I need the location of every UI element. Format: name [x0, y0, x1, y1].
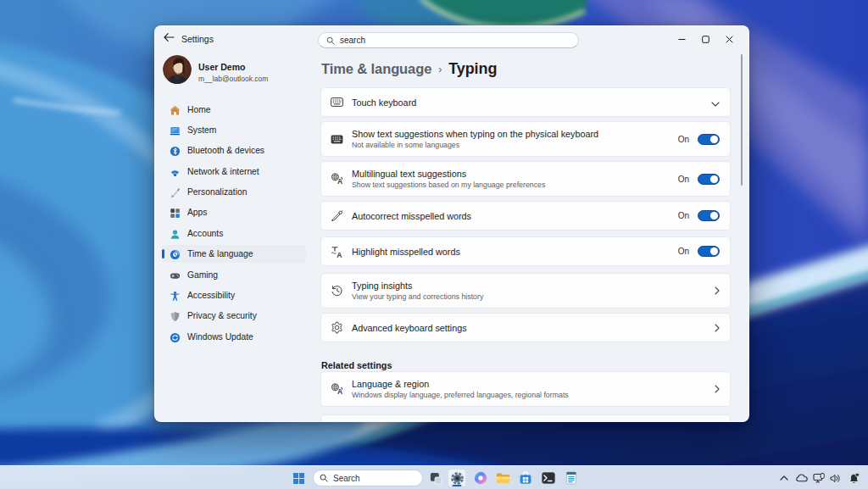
notepad-button[interactable]: [562, 469, 581, 487]
sidebar-item-time-language[interactable]: Time & language: [162, 245, 306, 263]
card-text-group: Highlight misspelled words: [352, 247, 678, 257]
sidebar-item-label: System: [187, 125, 216, 135]
taskbar-search-input[interactable]: Search: [313, 470, 423, 486]
card-right-group: On: [678, 210, 720, 221]
user-avatar[interactable]: [163, 55, 192, 84]
task-view-button[interactable]: [426, 469, 445, 487]
card-highlight-misspelled-words[interactable]: AHighlight misspelled wordsOn: [320, 236, 731, 266]
card-title: Typing insights: [352, 281, 715, 291]
autocorrect-icon: [330, 209, 343, 223]
multilingual-icon: A: [330, 382, 343, 396]
breadcrumb-separator-icon: ›: [438, 64, 442, 75]
toggle-switch[interactable]: [698, 210, 720, 221]
settings-app-button[interactable]: [448, 469, 466, 487]
card-show-text-suggestions-when-typing-on-the-physical-keyboard[interactable]: Show text suggestions when typing on the…: [320, 121, 731, 157]
card-language-region[interactable]: ALanguage & regionWindows display langua…: [320, 371, 731, 407]
touch-keyboard-icon: [330, 96, 343, 109]
card-title: Touch keyboard: [352, 97, 711, 108]
card-text-group: Autocorrect misspelled words: [352, 211, 678, 221]
toggle-switch[interactable]: [698, 174, 720, 185]
card-touch-keyboard[interactable]: Touch keyboard: [320, 87, 731, 117]
toggle-state-label: On: [678, 175, 689, 184]
card-text-group: Show text suggestions when typing on the…: [352, 129, 678, 150]
card-typing-insights[interactable]: Typing insightsView your typing and corr…: [320, 273, 731, 308]
chevron-down-icon[interactable]: [711, 95, 720, 110]
sidebar-item-accessibility[interactable]: Accessibility: [162, 286, 306, 304]
card-right-group: [715, 283, 720, 298]
toggle-knob: [710, 175, 718, 183]
sidebar-item-label: Home: [187, 105, 210, 114]
sidebar-item-network-internet[interactable]: Network & internet: [162, 163, 306, 181]
svg-text:A: A: [337, 250, 342, 257]
chevron-right-icon: [715, 381, 720, 397]
sidebar-item-home[interactable]: Home: [162, 101, 306, 119]
personalization-icon: [170, 186, 181, 197]
system-icon: [170, 125, 181, 136]
sidebar-item-bluetooth-devices[interactable]: Bluetooth & devices: [162, 142, 306, 159]
system-tray: [776, 466, 861, 489]
sidebar-item-label: Accessibility: [187, 291, 235, 300]
sidebar-item-label: Time & language: [187, 249, 253, 258]
card-text-group: Multilingual text suggestionsShow text s…: [352, 169, 678, 190]
gear-icon: [450, 471, 465, 486]
toggle-state-label: On: [678, 247, 689, 256]
sidebar-item-privacy-security[interactable]: Privacy & security: [162, 307, 306, 325]
sidebar-item-label: Windows Update: [187, 332, 253, 342]
card-text-group: Advanced keyboard settings: [352, 323, 715, 333]
toggle-state-label: On: [678, 211, 689, 220]
toggle-knob: [710, 212, 718, 219]
toggle-switch[interactable]: [698, 246, 720, 257]
breadcrumb-parent[interactable]: Time & language: [321, 61, 431, 77]
toggle-knob: [710, 136, 718, 143]
card-right-group: On: [678, 134, 720, 145]
network-icon[interactable]: [811, 471, 826, 486]
sidebar-item-windows-update[interactable]: Windows Update: [162, 328, 306, 346]
sidebar-item-system[interactable]: System: [162, 121, 306, 139]
content-pane: Time & language › Typing Touch keyboardS…: [319, 26, 748, 421]
card-advanced-keyboard-settings[interactable]: Advanced keyboard settings: [320, 313, 731, 342]
toggle-switch[interactable]: [698, 134, 720, 145]
card-right-group: [715, 320, 720, 336]
back-button[interactable]: [162, 33, 175, 47]
file-explorer-button[interactable]: [493, 469, 512, 487]
card-autocorrect-misspelled-words[interactable]: Autocorrect misspelled wordsOn: [320, 201, 731, 231]
search-icon: [320, 474, 328, 482]
terminal-button[interactable]: [539, 469, 558, 487]
sidebar: User Demo m__lab@outlook.com HomeSystemB…: [155, 52, 319, 421]
sidebar-item-gaming[interactable]: Gaming: [162, 266, 306, 284]
accessibility-icon: [170, 290, 181, 301]
home-icon: [170, 104, 181, 115]
onedrive-icon[interactable]: [794, 471, 809, 486]
bluetooth-devices-icon: [170, 145, 181, 156]
card-right-group: [711, 95, 720, 110]
taskbar: Search: [0, 465, 868, 489]
chevron-right-icon: [715, 283, 720, 298]
active-app-indicator: [453, 485, 462, 486]
tray-chevron-up-icon[interactable]: [776, 471, 791, 486]
copilot-button[interactable]: [471, 469, 490, 487]
start-button[interactable]: [289, 469, 308, 487]
multilingual-icon: A: [330, 172, 343, 186]
page-title: Typing: [448, 60, 497, 78]
card-multilingual-text-suggestions[interactable]: AMultilingual text suggestionsShow text …: [320, 161, 731, 197]
card-title: Show text suggestions when typing on the…: [352, 129, 678, 139]
card-subtitle: Show text suggestions based on my langua…: [352, 181, 678, 189]
sidebar-item-apps[interactable]: Apps: [162, 203, 306, 221]
sidebar-item-label: Personalization: [187, 187, 247, 197]
apps-icon: [170, 207, 181, 218]
sidebar-item-personalization[interactable]: Personalization: [162, 183, 306, 201]
card-partially-visible[interactable]: [320, 414, 731, 422]
scrollbar-thumb[interactable]: [741, 54, 743, 186]
card-text-group: Typing insightsView your typing and corr…: [352, 281, 715, 302]
store-button[interactable]: [516, 469, 535, 487]
toggle-state-label: On: [678, 135, 689, 144]
proofing-icon: A: [330, 245, 343, 258]
sidebar-item-label: Gaming: [187, 270, 218, 280]
card-subtitle: Windows display language, preferred lang…: [352, 391, 715, 399]
breadcrumb: Time & language › Typing: [321, 60, 497, 78]
sidebar-item-accounts[interactable]: Accounts: [162, 225, 306, 242]
history-icon: [330, 284, 343, 297]
windows-update-icon: [170, 331, 181, 342]
volume-icon[interactable]: [828, 471, 843, 486]
notifications-bell-icon[interactable]: [847, 471, 861, 486]
